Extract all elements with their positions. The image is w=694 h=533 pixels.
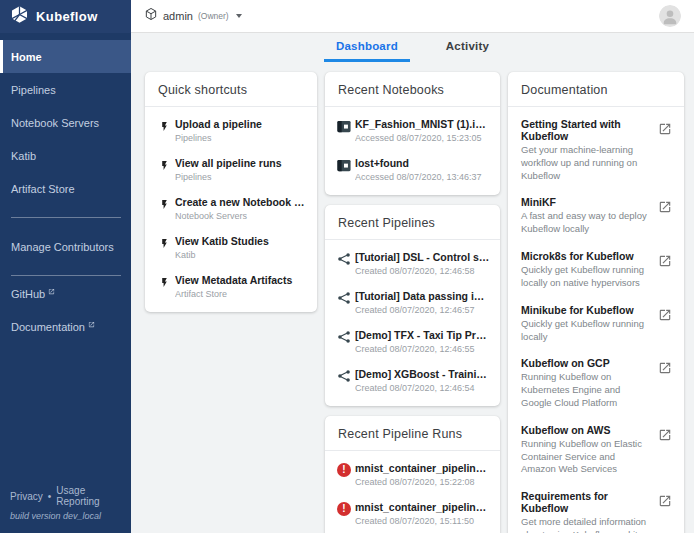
shortcut-subtitle: Pipelines (175, 133, 307, 143)
pipeline-tree-icon (333, 329, 355, 344)
build-version: build version dev_local (10, 511, 121, 521)
pipeline-item[interactable]: [Tutorial] DSL - Control structures Crea… (325, 244, 500, 283)
pipeline-timestamp: Created 08/07/2020, 12:46:54 (355, 383, 490, 393)
pipeline-tree-icon (333, 290, 355, 305)
doc-title: MiniKF (521, 196, 650, 208)
doc-description: Quickly get Kubeflow running locally on … (521, 264, 650, 290)
sidebar-item-github[interactable]: GitHub (0, 288, 131, 321)
shortcut-view-metadata-artifacts[interactable]: View Metadata Artifacts Artifact Store (145, 267, 317, 306)
doc-title: Requirements for Kubeflow (521, 490, 650, 514)
usage-reporting-link[interactable]: Usage Reporting (56, 485, 121, 507)
notebook-timestamp: Accessed 08/07/2020, 15:23:05 (355, 133, 490, 143)
sidebar-item-documentation[interactable]: Documentation (0, 321, 131, 354)
tab-dashboard[interactable]: Dashboard (324, 33, 410, 62)
doc-item-minikube[interactable]: Minikube for Kubeflow Quickly get Kubefl… (508, 297, 684, 351)
sidebar-item-pipelines[interactable]: Pipelines (0, 73, 131, 106)
doc-item-requirements[interactable]: Requirements for Kubeflow Get more detai… (508, 483, 684, 533)
pipeline-item[interactable]: [Tutorial] Data passing in python comp..… (325, 283, 500, 322)
shortcut-subtitle: Artifact Store (175, 289, 307, 299)
tab-bar: Dashboard Activity (131, 33, 694, 62)
kubeflow-logo[interactable]: Kubeflow (0, 0, 131, 33)
notebook-item[interactable]: lost+found Accessed 08/07/2020, 13:46:37 (325, 150, 500, 189)
shortcut-view-katib-studies[interactable]: View Katib Studies Katib (145, 228, 317, 267)
error-circle-icon (337, 502, 351, 516)
external-link-icon[interactable] (658, 357, 674, 379)
sidebar-item-manage-contributors[interactable]: Manage Contributors (0, 230, 131, 263)
external-link-icon[interactable] (658, 118, 674, 140)
sidebar-nav: Home Pipelines Notebook Servers Katib Ar… (0, 33, 131, 354)
namespace-role: (Owner) (198, 11, 229, 21)
sidebar-footer: Privacy • Usage Reporting build version … (0, 485, 131, 533)
sidebar-item-katib[interactable]: Katib (0, 139, 131, 172)
card-title: Recent Notebooks (325, 72, 500, 107)
kubeflow-logo-icon (10, 5, 29, 28)
doc-description: Get your machine-learning workflow up an… (521, 144, 650, 182)
sidebar-item-artifact-store[interactable]: Artifact Store (0, 172, 131, 205)
pipeline-run-item[interactable]: mnist_container_pipeline run Created 08/… (325, 455, 500, 494)
sidebar-item-label: Documentation (11, 321, 85, 333)
sidebar-item-label: GitHub (11, 288, 45, 300)
doc-description: Get more detailed information about usin… (521, 516, 650, 533)
shortcut-title: View all pipeline runs (175, 157, 307, 169)
pipeline-title: [Demo] TFX - Taxi Tip Prediction Model .… (355, 329, 490, 341)
notebook-icon (333, 118, 355, 134)
pipeline-title: [Tutorial] DSL - Control structures (355, 251, 490, 263)
external-link-icon[interactable] (658, 250, 674, 272)
shortcut-title: Upload a pipeline (175, 118, 307, 130)
namespace-selector[interactable]: admin (Owner) (144, 7, 242, 25)
doc-item-kubeflow-gcp[interactable]: Kubeflow on GCP Running Kubeflow on Kube… (508, 350, 684, 416)
footer-separator: • (48, 491, 52, 502)
doc-item-microk8s[interactable]: Microk8s for Kubeflow Quickly get Kubefl… (508, 243, 684, 297)
pipeline-timestamp: Created 08/07/2020, 12:46:57 (355, 305, 490, 315)
card-title: Quick shortcuts (145, 72, 317, 107)
external-link-icon[interactable] (658, 304, 674, 326)
external-link-icon[interactable] (658, 490, 674, 512)
card-title: Documentation (508, 72, 684, 107)
card-title: Recent Pipelines (325, 205, 500, 240)
shortcut-upload-pipeline[interactable]: Upload a pipeline Pipelines (145, 111, 317, 150)
avatar[interactable] (659, 5, 681, 27)
quick-shortcuts-card: Quick shortcuts Upload a pipeline Pipeli… (145, 72, 317, 312)
bolt-icon (153, 157, 175, 173)
shortcut-subtitle: Pipelines (175, 172, 307, 182)
shortcut-subtitle: Notebook Servers (175, 211, 307, 221)
kubeflow-dashboard: Kubeflow Home Pipelines Notebook Servers… (0, 0, 694, 533)
main-area: admin (Owner) Dashboard Activity Quick s… (131, 0, 694, 533)
doc-description: A fast and easy way to deploy Kubeflow l… (521, 210, 650, 236)
pipeline-timestamp: Created 08/07/2020, 12:46:58 (355, 266, 490, 276)
doc-title: Kubeflow on GCP (521, 357, 650, 369)
doc-item-kubeflow-aws[interactable]: Kubeflow on AWS Running Kubeflow on Elas… (508, 417, 684, 483)
card-title: Recent Pipeline Runs (325, 416, 500, 451)
shortcut-title: Create a new Notebook server (175, 196, 307, 208)
sidebar-item-notebook-servers[interactable]: Notebook Servers (0, 106, 131, 139)
pipeline-item[interactable]: [Demo] XGBoost - Training with Confusi..… (325, 361, 500, 400)
privacy-link[interactable]: Privacy (10, 491, 43, 502)
notebook-title: lost+found (355, 157, 490, 169)
recent-notebooks-card: Recent Notebooks KF_Fashion_MNIST (1).ip… (325, 72, 500, 195)
doc-item-minikf[interactable]: MiniKF A fast and easy way to deploy Kub… (508, 189, 684, 243)
pipeline-title: [Tutorial] Data passing in python comp..… (355, 290, 490, 302)
doc-title: Getting Started with Kubeflow (521, 118, 650, 142)
sidebar: Kubeflow Home Pipelines Notebook Servers… (0, 0, 131, 533)
pipeline-run-item[interactable]: mnist_container_pipeline run Created 08/… (325, 494, 500, 533)
external-link-icon (88, 318, 95, 330)
doc-item-getting-started[interactable]: Getting Started with Kubeflow Get your m… (508, 111, 684, 189)
chevron-down-icon (236, 14, 242, 18)
external-link-icon[interactable] (658, 196, 674, 218)
sidebar-item-home[interactable]: Home (0, 40, 131, 73)
doc-description: Running Kubeflow on Kubernetes Engine an… (521, 371, 650, 409)
bolt-icon (153, 235, 175, 251)
tab-activity[interactable]: Activity (434, 33, 501, 62)
pipeline-item[interactable]: [Demo] TFX - Taxi Tip Prediction Model .… (325, 322, 500, 361)
shortcut-view-pipeline-runs[interactable]: View all pipeline runs Pipelines (145, 150, 317, 189)
namespace-name: admin (163, 10, 193, 22)
dashboard-content: Quick shortcuts Upload a pipeline Pipeli… (131, 62, 694, 533)
shortcut-create-notebook-server[interactable]: Create a new Notebook server Notebook Se… (145, 189, 317, 228)
documentation-card: Documentation Getting Started with Kubef… (508, 72, 684, 533)
external-link-icon[interactable] (658, 424, 674, 446)
recent-pipeline-runs-card: Recent Pipeline Runs mnist_container_pip… (325, 416, 500, 533)
shortcut-title: View Katib Studies (175, 235, 307, 247)
notebook-title: KF_Fashion_MNIST (1).ipynb (355, 118, 490, 130)
notebook-item[interactable]: KF_Fashion_MNIST (1).ipynb Accessed 08/0… (325, 111, 500, 150)
bolt-icon (153, 196, 175, 212)
